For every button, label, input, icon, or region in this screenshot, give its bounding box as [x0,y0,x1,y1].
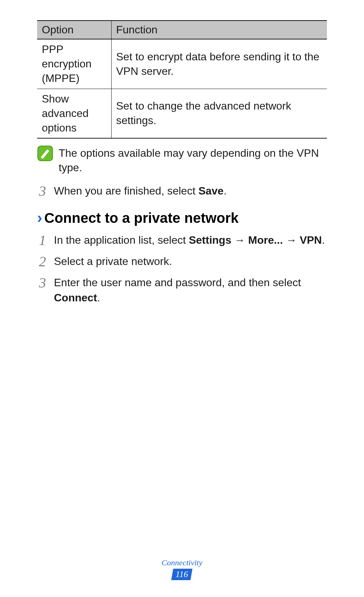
options-table: Option Function PPP encryption (MPPE) Se… [37,20,327,139]
cell-option: Show advanced options [37,89,111,138]
note: The options available may vary depending… [37,145,327,175]
note-text: The options available may vary depending… [59,145,327,175]
step-number: 3 [37,183,48,198]
table-row: PPP encryption (MPPE) Set to encrypt dat… [37,39,327,89]
step-row: 2 Select a private network. [37,254,327,269]
step-row: 1 In the application list, select Settin… [37,233,327,248]
note-icon [37,145,53,161]
step-body: Enter the user name and password, and th… [54,275,327,305]
cell-function: Set to encrypt data before sending it to… [111,39,327,89]
step-number: 2 [37,254,48,269]
page-footer: Connectivity 116 [0,558,364,580]
footer-section-label: Connectivity [0,558,364,567]
step-body: In the application list, select Settings… [54,233,325,248]
step-row: 3 Enter the user name and password, and … [37,275,327,305]
step-body: Select a private network. [54,254,172,269]
th-option: Option [37,21,111,39]
step-number: 1 [37,233,48,247]
section-heading: ›Connect to a private network [37,208,327,227]
th-function: Function [111,21,327,39]
cell-option: PPP encryption (MPPE) [37,39,111,89]
page-number-badge: 116 [171,569,192,580]
step-row: 3 When you are finished, select Save. [37,183,327,199]
table-row: Show advanced options Set to change the … [37,89,327,138]
cell-function: Set to change the advanced network setti… [111,89,327,138]
step-body: When you are finished, select Save. [54,183,226,199]
chevron-icon: › [37,209,42,226]
step-number: 3 [37,275,48,290]
